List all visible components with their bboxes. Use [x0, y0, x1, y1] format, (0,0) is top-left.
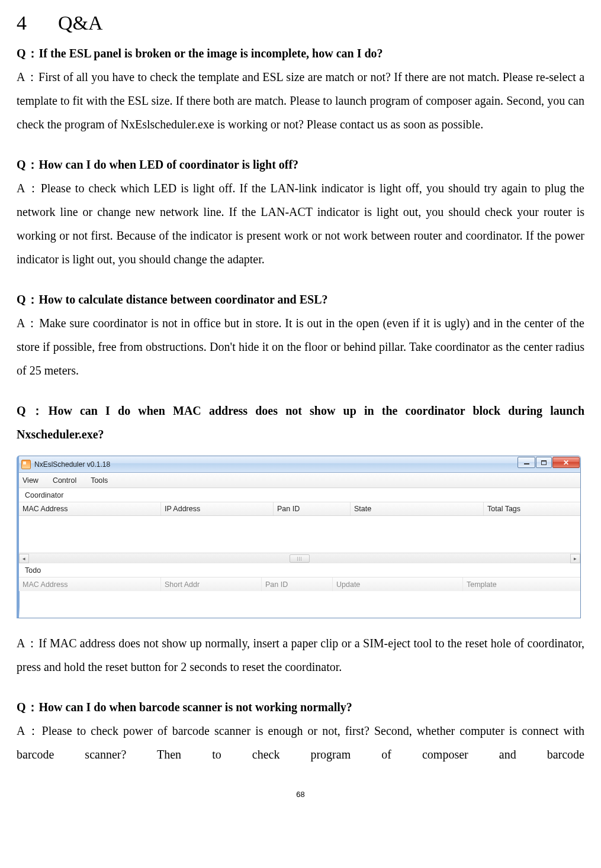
col-mac-address-2[interactable]: MAC Address [19, 577, 161, 591]
scroll-thumb[interactable]: ||| [290, 554, 310, 563]
menu-tools[interactable]: Tools [91, 476, 108, 485]
window-controls: ✕ [517, 457, 580, 468]
col-pan-id[interactable]: Pan ID [274, 502, 351, 515]
window-titlebar[interactable]: NxEslScheduler v0.1.18 ✕ [19, 456, 580, 473]
app-icon [21, 460, 31, 469]
coordinator-group-label: Coordinator [19, 488, 580, 502]
close-icon: ✕ [563, 459, 569, 467]
answer: A：Make sure coordinator is not in office… [17, 311, 584, 382]
question: Q：How can I do when barcode scanner is n… [17, 695, 584, 719]
qa-item: Q：How can I do when LED of coordinator i… [17, 153, 584, 271]
coordinator-grid-body[interactable] [19, 516, 580, 553]
col-short-addr[interactable]: Short Addr [161, 577, 262, 591]
coordinator-columns: MAC Address IP Address Pan ID State Tota… [19, 502, 580, 516]
answer: A：Please to check which LED is light off… [17, 176, 584, 271]
client-area: Coordinator MAC Address IP Address Pan I… [19, 488, 580, 591]
col-template[interactable]: Template [463, 577, 580, 591]
question: Q：How to calculate distance between coor… [17, 288, 584, 311]
col-total-tags[interactable]: Total Tags [484, 502, 580, 515]
section-title: Q&A [58, 12, 103, 34]
fade-overlay [19, 607, 580, 618]
close-button[interactable]: ✕ [552, 457, 580, 468]
qa-item: Q：If the ESL panel is broken or the imag… [17, 41, 584, 136]
col-ip-address[interactable]: IP Address [161, 502, 274, 515]
answer: A：First of all you have to check the tem… [17, 65, 584, 136]
todo-columns: MAC Address Short Addr Pan ID Update Tem… [19, 577, 580, 591]
qa-item: Q：How to calculate distance between coor… [17, 288, 584, 382]
scroll-right-button[interactable]: ▸ [570, 554, 580, 563]
col-update[interactable]: Update [333, 577, 463, 591]
menu-control[interactable]: Control [53, 476, 76, 485]
question: Q：If the ESL panel is broken or the imag… [17, 41, 584, 65]
maximize-button[interactable] [536, 457, 552, 468]
menubar: View Control Tools [19, 473, 580, 488]
qa-item: Q：How can I do when barcode scanner is n… [17, 695, 584, 766]
qa-item: A：If MAC address does not show up normal… [17, 631, 584, 679]
page-number: 68 [17, 790, 584, 799]
answer: A：If MAC address does not show up normal… [17, 631, 584, 679]
scroll-left-button[interactable]: ◂ [19, 554, 29, 563]
section-heading: 4Q&A [17, 12, 584, 34]
menu-view[interactable]: View [23, 476, 38, 485]
question: Q：How can I do when LED of coordinator i… [17, 153, 584, 176]
window-title: NxEslScheduler v0.1.18 [34, 460, 110, 469]
horizontal-scrollbar[interactable]: ◂ ||| ▸ [19, 553, 580, 563]
todo-group-label: Todo [19, 563, 580, 577]
col-mac-address[interactable]: MAC Address [19, 502, 161, 515]
minimize-button[interactable] [518, 457, 535, 468]
col-state[interactable]: State [351, 502, 484, 515]
maximize-icon [541, 460, 547, 465]
section-number: 4 [17, 12, 58, 34]
app-window: NxEslScheduler v0.1.18 ✕ View Control To… [17, 456, 581, 618]
minimize-icon [524, 463, 529, 464]
answer: A：Please to check power of barcode scann… [17, 719, 584, 766]
question: Q：How can I do when MAC address does not… [17, 399, 584, 446]
col-pan-id-2[interactable]: Pan ID [262, 577, 333, 591]
